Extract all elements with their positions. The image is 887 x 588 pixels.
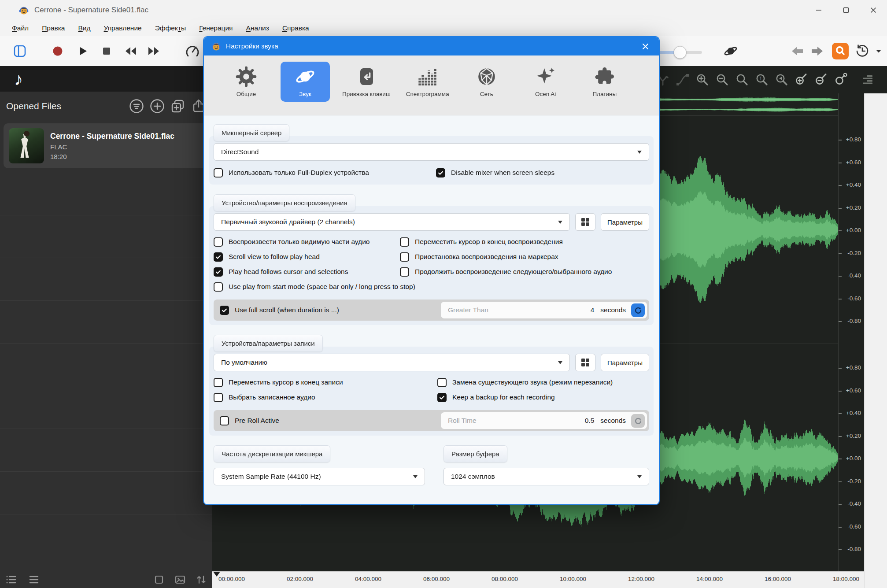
amplitude-label: +0.60 xyxy=(846,159,861,166)
file-duration: 18:20 xyxy=(50,153,174,160)
vzoom-out-icon[interactable] xyxy=(815,73,828,86)
full-scroll-checkbox[interactable] xyxy=(220,306,229,315)
rewind-button[interactable] xyxy=(124,46,137,56)
checkbox[interactable] xyxy=(214,393,223,402)
checkbox[interactable] xyxy=(400,252,409,262)
checkbox[interactable] xyxy=(437,378,447,387)
playback-params-button[interactable]: Параметры xyxy=(601,213,649,231)
checkbox[interactable] xyxy=(436,168,445,178)
sound-settings-dialog: Настройки звука ОбщиеЗвукПривязка клавиш… xyxy=(203,36,660,505)
volume-slider-handle[interactable] xyxy=(674,46,687,59)
settings-tab-5[interactable]: Ocen Ai xyxy=(521,62,570,102)
settings-tab-4[interactable]: Сеть xyxy=(462,62,511,102)
checkbox[interactable] xyxy=(400,237,409,247)
filter-icon[interactable] xyxy=(129,99,144,114)
checkbox-label: Замена существующего звука (режим переза… xyxy=(452,378,613,386)
settings-tab-3[interactable]: Спектрограмма xyxy=(403,62,452,102)
menu-item-5[interactable]: Генерация xyxy=(192,24,239,32)
playback-device-dropdown[interactable]: Первичный звуковой драйвер (2 channels) xyxy=(214,213,570,231)
zoom-out-icon[interactable] xyxy=(716,73,729,86)
settings-tab-0[interactable]: Общие xyxy=(222,62,271,102)
amplitude-scale: +0.80+0.60+0.40+0.20+0.00-0.20-0.40-0.60… xyxy=(838,93,865,572)
ocenaudio-logo-button[interactable] xyxy=(832,43,849,59)
play-button[interactable] xyxy=(77,45,89,57)
track-list-icon[interactable] xyxy=(861,73,874,86)
settings-tab-2[interactable]: Привязка клавиш xyxy=(340,62,393,102)
stop-button[interactable] xyxy=(102,46,111,56)
record-button[interactable] xyxy=(52,45,63,57)
opened-files-tab[interactable]: ♪ xyxy=(4,67,33,91)
settings-tab-1[interactable]: Звук xyxy=(281,62,330,102)
fast-forward-button[interactable] xyxy=(147,46,160,56)
mixer-server-value: DirectSound xyxy=(221,148,259,156)
full-scroll-duration-input[interactable]: Greater Than 4 seconds xyxy=(441,302,647,318)
timeline-ruler[interactable]: 00:00.00002:00.00004:00.00006:00.00008:0… xyxy=(212,571,864,588)
checkbox[interactable] xyxy=(214,282,223,292)
menu-item-2[interactable]: Вид xyxy=(71,24,97,32)
minimize-button[interactable] xyxy=(805,0,832,20)
chevron-down-icon xyxy=(413,475,418,478)
amplitude-label: -0.60 xyxy=(847,295,861,302)
buffer-size-dropdown[interactable]: 1024 сэмплов xyxy=(444,468,649,485)
close-button[interactable] xyxy=(860,0,887,20)
image-icon[interactable] xyxy=(174,574,186,585)
sound-settings-button[interactable] xyxy=(723,44,738,59)
checkbox[interactable] xyxy=(214,252,223,262)
checkbox-row: Воспроизвести только видимую части аудио xyxy=(214,234,400,249)
roll-time-input[interactable]: Roll Time 0.5 seconds xyxy=(441,412,647,429)
vzoom-in-icon[interactable] xyxy=(795,73,808,86)
sort-icon[interactable] xyxy=(196,574,207,585)
envelope-icon[interactable] xyxy=(676,73,689,86)
mixer-server-dropdown[interactable]: DirectSound xyxy=(214,143,649,161)
history-caret-icon[interactable] xyxy=(876,49,882,53)
checkbox-label: Play head follows cursor and selections xyxy=(229,268,348,276)
list-view-icon[interactable] xyxy=(5,574,17,585)
checkbox[interactable] xyxy=(214,168,223,178)
gear-icon xyxy=(236,66,257,87)
dialog-mascot-icon xyxy=(211,41,222,52)
sidebar-toggle-button[interactable] xyxy=(13,44,26,58)
nav-back-button[interactable] xyxy=(791,46,804,56)
menu-item-0[interactable]: Файл xyxy=(5,24,35,32)
add-file-icon[interactable] xyxy=(150,99,165,114)
vertical-scrollbar[interactable] xyxy=(864,93,887,588)
sample-rate-dropdown[interactable]: System Sample Rate (44100 Hz) xyxy=(214,468,425,485)
checkbox[interactable] xyxy=(437,393,447,402)
frame-icon[interactable] xyxy=(153,574,165,585)
amplitude-label: -0.40 xyxy=(847,272,861,279)
zoom-in-icon[interactable] xyxy=(696,73,709,86)
zoom-icon[interactable] xyxy=(735,73,749,86)
zoom-back-icon[interactable] xyxy=(775,73,788,86)
menu-item-6[interactable]: Анализ xyxy=(240,24,276,32)
zoom-one-to-one-icon[interactable]: 1 xyxy=(755,73,769,86)
vzoom-lock-icon[interactable] xyxy=(835,73,848,86)
maximize-button[interactable] xyxy=(832,0,860,20)
settings-tab-6[interactable]: Плагины xyxy=(580,62,629,102)
timeline-label: 12:00.000 xyxy=(628,576,654,582)
pre-roll-checkbox[interactable] xyxy=(220,416,229,425)
menu-item-4[interactable]: Эффекты xyxy=(148,24,192,32)
opened-file-item[interactable]: Cerrone - Supernature Side01.flac FLAC 1… xyxy=(4,123,209,168)
sidebar-heading: Opened Files xyxy=(6,101,129,111)
checkbox[interactable] xyxy=(214,267,223,277)
menu-item-1[interactable]: Правка xyxy=(35,24,71,32)
checkbox[interactable] xyxy=(400,267,409,277)
dialog-close-button[interactable] xyxy=(639,40,652,53)
menu-icon[interactable] xyxy=(28,574,40,585)
playback-device-grid-button[interactable] xyxy=(575,213,595,231)
recording-params-button[interactable]: Параметры xyxy=(601,354,649,371)
recording-device-dropdown[interactable]: По умолчанию xyxy=(214,354,570,371)
nav-forward-button[interactable] xyxy=(810,46,824,56)
level-meter-icon[interactable] xyxy=(185,44,200,58)
checkbox[interactable] xyxy=(214,378,223,387)
volume-slider[interactable] xyxy=(656,51,702,54)
menu-item-3[interactable]: Управление xyxy=(97,24,148,32)
duplicate-icon[interactable] xyxy=(170,99,185,114)
menu-item-7[interactable]: Справка xyxy=(276,24,316,32)
roll-time-reset-button[interactable] xyxy=(631,414,645,428)
app-mascot-icon xyxy=(18,5,29,15)
duration-reset-button[interactable] xyxy=(631,303,645,317)
checkbox[interactable] xyxy=(214,237,223,247)
history-button[interactable] xyxy=(854,43,870,59)
recording-device-grid-button[interactable] xyxy=(575,354,595,371)
